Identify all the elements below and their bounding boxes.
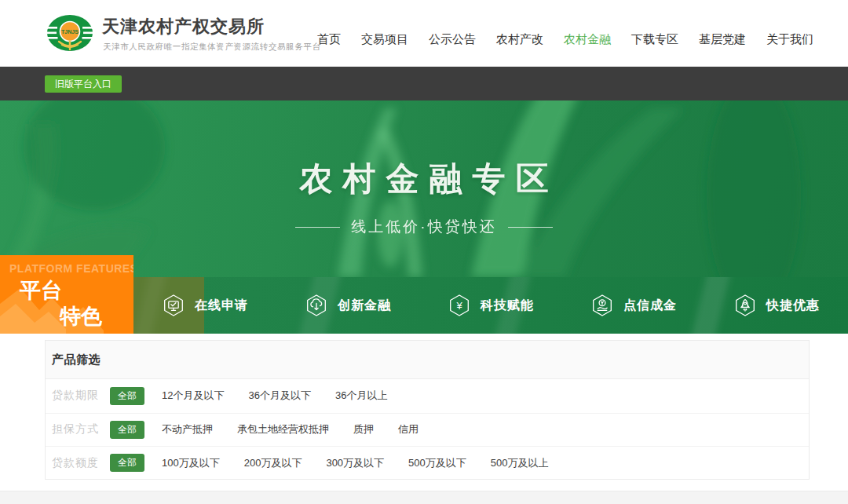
svg-text:¥: ¥ [455, 300, 462, 312]
filter-panel-header: 产品筛选 [46, 341, 809, 379]
filter-row-loan-amount: 贷款额度 全部 100万及以下 200万及以下 300万及以下 500万及以下 … [46, 446, 809, 480]
brand-logo[interactable]: TJNJS [45, 9, 95, 59]
utility-bar: 旧版平台入口 [0, 67, 848, 100]
features-title-2: 特色 [60, 302, 102, 331]
hero-subtitle-row: 线上低价·快贷快还 [0, 217, 848, 237]
features-title-1: 平台 [20, 276, 62, 305]
filter-option[interactable]: 300万及以下 [326, 456, 384, 470]
nav-item-downloads[interactable]: 下载专区 [631, 32, 678, 47]
filter-panel-title: 产品筛选 [52, 352, 101, 367]
feature-quick-discount[interactable]: 快捷优惠 [705, 277, 848, 334]
rocket-icon [733, 294, 757, 317]
feature-label: 快捷优惠 [766, 298, 820, 314]
product-filter-panel: 产品筛选 贷款期限 全部 12个月及以下 36个月及以下 36个月以上 担保方式… [45, 340, 810, 480]
main-nav: 首页 交易项目 公示公告 农村产改 农村金融 下载专区 基层党建 关于我们 [317, 32, 813, 47]
brand-title: 天津农村产权交易所 [102, 15, 265, 38]
platform-features-block: PLATFORM FEATURES 平台 特色 [0, 255, 133, 334]
feature-credit-to-gold[interactable]: 点信成金 [562, 277, 705, 334]
filter-option[interactable]: 500万及以上 [491, 456, 549, 470]
hero-banner: 农村金融专区 线上低价·快贷快还 [0, 100, 848, 277]
nav-item-rural-finance[interactable]: 农村金融 [564, 32, 611, 47]
hand-coin-icon [590, 294, 614, 317]
feature-innovative-finance[interactable]: 创新金融 [276, 277, 419, 334]
feature-label: 科技赋能 [481, 298, 534, 314]
filter-option[interactable]: 信用 [398, 422, 419, 436]
feature-label: 在线申请 [195, 298, 248, 314]
decor-line-left [295, 227, 340, 228]
feature-label: 创新金融 [338, 298, 391, 314]
brand-subtitle: 天津市人民政府唯一指定集体资产资源流转交易服务平台 [103, 42, 321, 53]
feature-bar: 在线申请 创新金融 ¥ 科技赋能 [133, 277, 848, 334]
filter-option[interactable]: 承包土地经营权抵押 [237, 422, 329, 436]
filter-option[interactable]: 36个月及以下 [248, 389, 310, 403]
filter-option[interactable]: 不动产抵押 [162, 422, 213, 436]
feature-tech-empower[interactable]: ¥ 科技赋能 [419, 277, 562, 334]
filter-row-loan-term: 贷款期限 全部 12个月及以下 36个月及以下 36个月以上 [46, 379, 809, 413]
feature-menu: 在线申请 创新金融 ¥ 科技赋能 [133, 277, 848, 334]
filter-option[interactable]: 100万及以下 [162, 456, 220, 470]
logo-stripe [47, 27, 57, 29]
decor-line-right [508, 227, 553, 228]
nav-item-announcements[interactable]: 公示公告 [429, 32, 476, 47]
nav-item-rural-reform[interactable]: 农村产改 [496, 32, 543, 47]
page: TJNJS 天津农村产权交易所 天津市人民政府唯一指定集体资产资源流转交易服务平… [0, 0, 848, 504]
filter-label: 贷款期限 [52, 389, 110, 403]
nav-item-projects[interactable]: 交易项目 [361, 32, 408, 47]
filter-option[interactable]: 200万及以下 [244, 456, 302, 470]
yuan-hexagon-icon: ¥ [448, 294, 471, 317]
filter-label: 贷款额度 [52, 456, 110, 470]
nav-item-home[interactable]: 首页 [317, 32, 341, 47]
feature-online-apply[interactable]: 在线申请 [133, 277, 276, 334]
footer-strip [0, 491, 848, 504]
site-header: TJNJS 天津农村产权交易所 天津市人民政府唯一指定集体资产资源流转交易服务平… [0, 0, 848, 67]
filter-all-button[interactable]: 全部 [110, 454, 144, 472]
nav-item-about[interactable]: 关于我们 [766, 32, 813, 47]
hero-subtitle: 线上低价·快贷快还 [351, 217, 496, 237]
monitor-check-icon [162, 294, 185, 317]
hero-title: 农村金融专区 [0, 157, 848, 201]
filter-all-button[interactable]: 全部 [110, 421, 144, 439]
cloud-arrow-icon [305, 294, 328, 317]
filter-label: 担保方式 [52, 422, 110, 436]
filter-option[interactable]: 36个月以上 [335, 389, 387, 403]
nav-item-party-building[interactable]: 基层党建 [699, 32, 746, 47]
filter-option[interactable]: 12个月及以下 [162, 389, 224, 403]
feature-label: 点信成金 [623, 298, 677, 314]
logo-text: TJNJS [61, 29, 79, 35]
filter-option[interactable]: 500万及以下 [408, 456, 466, 470]
filter-all-button[interactable]: 全部 [110, 387, 144, 405]
old-platform-button[interactable]: 旧版平台入口 [45, 75, 122, 93]
features-eyebrow: PLATFORM FEATURES [9, 262, 133, 275]
filter-option[interactable]: 质押 [353, 422, 374, 436]
filter-row-guarantee: 担保方式 全部 不动产抵押 承包土地经营权抵押 质押 信用 [46, 413, 809, 447]
